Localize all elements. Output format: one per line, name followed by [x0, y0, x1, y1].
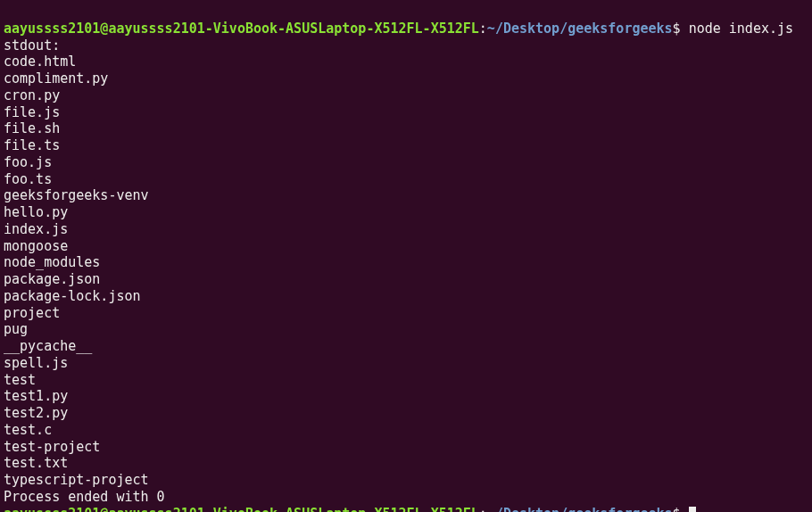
prompt-line-1: aayussss2101@aayussss2101-VivoBook-ASUSL… [4, 21, 808, 37]
output-line: Process ended with 0 [4, 489, 808, 506]
colon-2: : [479, 506, 487, 513]
user-host-2: aayussss2101@aayussss2101-VivoBook-ASUSL… [4, 506, 479, 513]
output-line: file.ts [4, 137, 808, 154]
output-line: project [4, 305, 808, 322]
output-line: foo.ts [4, 171, 808, 188]
output-line: stdout: [4, 37, 808, 54]
output-line: package-lock.json [4, 288, 808, 305]
output-line: cron.py [4, 87, 808, 104]
output-line: file.js [4, 104, 808, 121]
dollar-1: $ [673, 21, 681, 37]
output-line: package.json [4, 271, 808, 288]
user-host-1: aayussss2101@aayussss2101-VivoBook-ASUSL… [4, 21, 479, 37]
cursor [689, 507, 696, 513]
output-line: test.txt [4, 455, 808, 472]
prompt-line-2: aayussss2101@aayussss2101-VivoBook-ASUSL… [4, 506, 808, 513]
output-line: compliment.py [4, 70, 808, 87]
terminal-window[interactable]: aayussss2101@aayussss2101-VivoBook-ASUSL… [4, 4, 808, 512]
output-line: spell.js [4, 355, 808, 372]
dollar-2: $ [673, 506, 681, 513]
command-1: node index.js [681, 21, 793, 37]
output-line: index.js [4, 221, 808, 238]
output-line: test1.py [4, 388, 808, 405]
output-line: code.html [4, 54, 808, 70]
output-line: test.c [4, 422, 808, 439]
command-2[interactable] [681, 506, 689, 513]
output-line: test-project [4, 439, 808, 456]
output-line: hello.py [4, 204, 808, 221]
output-line: test2.py [4, 405, 808, 422]
path-2: ~/Desktop/geeksforgeeks [487, 506, 673, 513]
output-line: __pycache__ [4, 338, 808, 355]
output-line: file.sh [4, 120, 808, 137]
output-line: foo.js [4, 154, 808, 171]
path-1: ~/Desktop/geeksforgeeks [487, 21, 673, 37]
colon-1: : [479, 21, 487, 37]
output-line: test [4, 372, 808, 389]
output-line: typescript-project [4, 472, 808, 489]
output-line: geeksforgeeks-venv [4, 187, 808, 204]
output-line: node_modules [4, 254, 808, 271]
output-line: mongoose [4, 238, 808, 255]
output-line: pug [4, 321, 808, 338]
